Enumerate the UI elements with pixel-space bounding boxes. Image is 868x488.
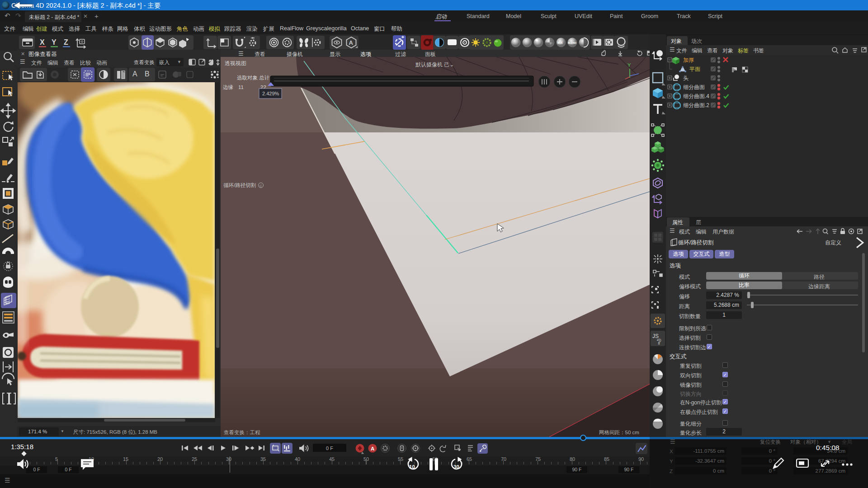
svg-text:11: 11 [238, 84, 244, 90]
svg-text:A: A [371, 446, 374, 451]
svg-text:默认摄像机 己⌄: 默认摄像机 己⌄ [415, 61, 454, 68]
svg-text:A: A [349, 39, 354, 46]
svg-text:头: 头 [683, 75, 689, 81]
svg-text:2.429%: 2.429% [262, 91, 279, 96]
svg-text:MIX: MIX [557, 41, 563, 44]
svg-text:透视视图: 透视视图 [225, 60, 246, 66]
svg-text:细分曲面.4: 细分曲面.4 [683, 93, 709, 99]
svg-text:0 F: 0 F [326, 446, 333, 451]
svg-text:Z: Z [64, 38, 68, 46]
svg-text:?: ? [657, 338, 661, 346]
svg-text:X: X [40, 38, 45, 46]
svg-text:C: C [259, 184, 262, 188]
svg-text:10: 10 [409, 464, 415, 469]
svg-text:细分曲面: 细分曲面 [683, 84, 705, 90]
svg-text:BLEND: BLEND [568, 42, 576, 44]
svg-text:细分曲面.2: 细分曲面.2 [683, 102, 709, 108]
svg-text:30: 30 [453, 464, 459, 469]
svg-text:选取对象 总计: 选取对象 总计 [237, 75, 270, 80]
svg-text:边缘: 边缘 [223, 84, 234, 90]
svg-text:Y: Y [627, 62, 631, 68]
svg-text:加厚: 加厚 [683, 57, 694, 63]
svg-text:循环/路径切割: 循环/路径切割 [223, 183, 256, 188]
svg-text:Y: Y [52, 38, 57, 46]
svg-text:平面: 平面 [689, 66, 700, 72]
